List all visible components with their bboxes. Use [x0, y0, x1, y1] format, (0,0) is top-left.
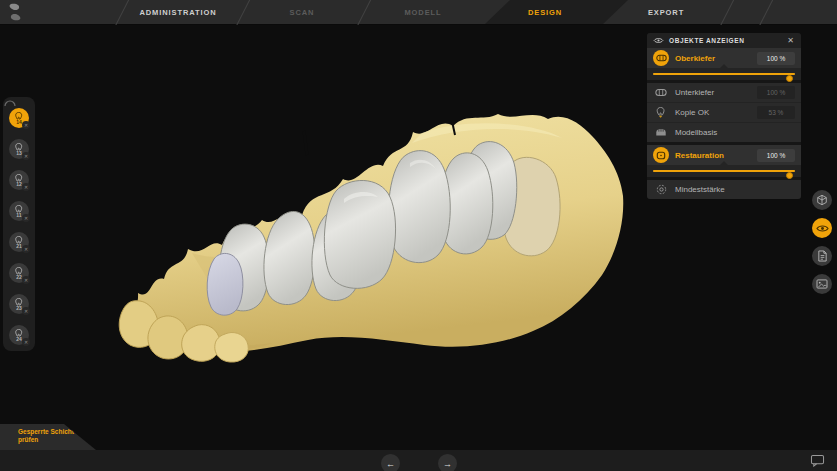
arrow-left-icon: ←: [386, 459, 395, 469]
opacity-value: 100 %: [757, 52, 795, 65]
slider-track[interactable]: [653, 170, 795, 172]
opacity-value: 53 %: [757, 106, 795, 119]
tooth-22-status-badge[interactable]: ✕: [22, 276, 30, 284]
bottom-bar: ← →: [0, 450, 837, 471]
close-icon[interactable]: ✕: [786, 36, 795, 45]
object-label: Oberkiefer: [675, 54, 751, 63]
tab-export[interactable]: EXPORT: [606, 0, 726, 24]
tooth-list-panel: 14 ✕ 13 ✕ 12 ✕ 11 ✕ 21 ✕ 22 ✕ 23: [3, 97, 35, 351]
object-label: Modellbasis: [675, 128, 795, 137]
tooth-13-status-badge[interactable]: ✕: [22, 152, 30, 160]
tab-scan[interactable]: SCAN: [242, 0, 362, 24]
restauration-opacity-slider[interactable]: [647, 165, 801, 177]
upper-jaw-icon: [653, 50, 669, 66]
objects-panel-title: OBJEKTE ANZEIGEN: [669, 37, 781, 44]
tab-modell[interactable]: MODELL: [363, 0, 483, 24]
tab-administration[interactable]: ADMINISTRATION: [118, 0, 238, 24]
view-cube-icon: [816, 194, 828, 206]
warning-line1: Gesperrte Schicht: [18, 428, 74, 436]
app-logo-icon: [8, 3, 23, 21]
tooth-number: 23: [16, 306, 22, 310]
next-step-button[interactable]: →: [438, 454, 457, 471]
dental-model-3d: [112, 103, 636, 365]
object-label: Restauration: [675, 151, 751, 160]
dental-cad-window: ADMINISTRATION SCAN MODELL DESIGN EXPORT: [0, 0, 837, 471]
tab-design[interactable]: DESIGN: [485, 0, 605, 24]
opacity-value: 100 %: [757, 149, 795, 162]
slider-fill: [653, 73, 795, 75]
case-details-button[interactable]: [812, 246, 832, 266]
tooth-number: 14: [16, 120, 22, 124]
speech-bubble-icon: [810, 454, 825, 467]
screenshot-icon: [816, 279, 828, 289]
eye-icon: [816, 224, 829, 233]
slider-thumb[interactable]: [786, 172, 793, 179]
top-nav-bar: ADMINISTRATION SCAN MODELL DESIGN EXPORT: [0, 0, 837, 25]
warning-line2: prüfen: [18, 436, 74, 444]
minimum-thickness-icon: [653, 182, 669, 198]
screenshot-button[interactable]: [812, 274, 832, 294]
tooth-number: 11: [16, 213, 21, 217]
show-objects-button[interactable]: [812, 218, 832, 238]
view-cube-button[interactable]: [812, 190, 832, 210]
slider-fill: [653, 170, 795, 172]
previous-step-button[interactable]: ←: [381, 454, 400, 471]
tooth-21-status-badge[interactable]: ✕: [22, 245, 30, 253]
document-icon: [817, 250, 828, 262]
scroll-up-arc-icon: [4, 98, 16, 106]
tooth-number: 12: [16, 182, 22, 186]
object-row-modellbasis[interactable]: Modellbasis: [647, 122, 801, 142]
object-row-mindeststaerke[interactable]: Mindeststärke: [647, 180, 801, 199]
object-label: Kopie OK: [675, 108, 751, 117]
objects-panel-header: OBJEKTE ANZEIGEN ✕: [647, 33, 801, 48]
copy-upper-icon: [653, 105, 669, 121]
tooth-number: 21: [16, 244, 22, 248]
tooth-14-status-badge[interactable]: ✕: [22, 121, 30, 129]
arrow-right-icon: →: [443, 459, 452, 469]
tooth-number: 24: [16, 337, 22, 341]
slider-notch: [720, 161, 728, 165]
object-row-kopie-ok[interactable]: Kopie OK 53 %: [647, 102, 801, 122]
tab-divider: [759, 0, 774, 26]
tooth-12-status-badge[interactable]: ✕: [22, 183, 30, 191]
opacity-value: 100 %: [757, 86, 795, 99]
slider-track[interactable]: [653, 73, 795, 75]
tooth-23-status-badge[interactable]: ✕: [22, 307, 30, 315]
oberkiefer-opacity-slider[interactable]: [647, 68, 801, 80]
model-base-icon: [653, 125, 669, 141]
object-row-unterkiefer[interactable]: Unterkiefer 100 %: [647, 83, 801, 102]
objects-panel: OBJEKTE ANZEIGEN ✕ Oberkiefer 100 % Unte…: [647, 33, 801, 199]
object-label: Mindeststärke: [675, 185, 795, 194]
slider-notch: [720, 64, 728, 68]
tooth-number: 22: [16, 275, 22, 279]
object-label: Unterkiefer: [675, 88, 751, 97]
lower-jaw-icon: [653, 85, 669, 101]
tooth-number: 13: [16, 151, 22, 155]
restoration-icon: [653, 147, 669, 163]
slider-thumb[interactable]: [786, 75, 793, 82]
feedback-chat-button[interactable]: [810, 453, 825, 471]
eye-icon: [653, 37, 664, 44]
tooth-11-status-badge[interactable]: ✕: [22, 214, 30, 222]
tooth-24-status-badge[interactable]: ✕: [22, 338, 30, 346]
